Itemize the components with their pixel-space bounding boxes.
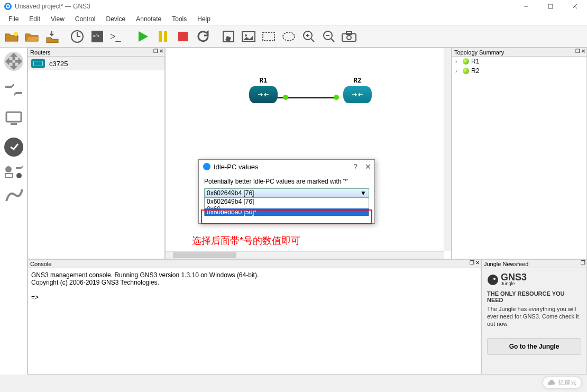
add-link-icon[interactable] [2, 184, 25, 207]
router-template-name: c3725 [49, 60, 68, 68]
topology-canvas[interactable]: R1 R2 Idle-PC values ? ✕ Potentially bet… [165, 48, 452, 259]
annotate-note-icon[interactable] [219, 27, 238, 46]
console-panel-title: Console ❐✕ [28, 260, 481, 268]
annotate-image-icon[interactable] [239, 27, 258, 46]
dialog-titlebar[interactable]: Idle-PC values ? ✕ [199, 160, 374, 174]
all-devices-icon[interactable] [2, 164, 25, 179]
stop-icon[interactable] [173, 27, 192, 46]
svg-rect-14 [164, 31, 167, 42]
chevron-down-icon: ▼ [360, 189, 366, 197]
snapshot-icon[interactable] [68, 27, 87, 46]
topology-node-name: R1 [471, 58, 479, 65]
jungle-logo: GNS3 Jungle [487, 274, 581, 286]
svg-rect-36 [5, 174, 13, 178]
routers-panel: Routers ❐✕ c3725 [27, 48, 165, 259]
new-project-icon[interactable] [2, 27, 21, 46]
jungle-headline: THE ONLY RESOURCE YOU NEED [487, 290, 581, 303]
panel-close-icon[interactable]: ✕ [581, 48, 585, 54]
jungle-logo-text: GNS3 [501, 274, 527, 281]
combobox-option[interactable]: 0x602649b4 [76] [205, 198, 369, 205]
play-icon[interactable] [133, 27, 152, 46]
menu-tools[interactable]: Tools [167, 15, 192, 23]
panel-float-icon[interactable]: ❐ [153, 48, 158, 54]
menu-edit[interactable]: Edit [24, 15, 45, 23]
topology-item[interactable]: › R2 [452, 66, 586, 76]
svg-rect-19 [263, 32, 274, 41]
toolbar: a/b >_ [0, 25, 587, 48]
security-category-icon[interactable] [2, 135, 25, 159]
maximize-button[interactable] [538, 0, 563, 13]
topology-panel-title: Topology Summary ❐✕ [452, 48, 586, 57]
console-icon[interactable]: >_ [108, 27, 127, 46]
node-r2[interactable]: R2 [343, 77, 372, 103]
app-icon [4, 3, 12, 10]
canvas-scrollbar-horizontal[interactable] [166, 251, 444, 259]
link-endpoint-r2[interactable] [334, 95, 339, 100]
panel-float-icon[interactable]: ❐ [470, 260, 474, 266]
topology-item[interactable]: › R1 [452, 57, 586, 66]
svg-point-18 [245, 34, 247, 37]
panel-float-icon[interactable]: ❐ [581, 260, 585, 266]
combobox-value: 0x602649b4 [76] [207, 189, 254, 197]
title-bar: Unsaved project* — GNS3 [0, 0, 587, 13]
pause-icon[interactable] [153, 27, 172, 46]
minimize-button[interactable] [514, 0, 538, 13]
device-toolbar [0, 48, 27, 259]
menu-device[interactable]: Device [101, 15, 131, 23]
routers-category-icon[interactable] [2, 50, 25, 73]
menu-view[interactable]: View [45, 15, 70, 23]
svg-point-20 [283, 32, 295, 41]
menu-file[interactable]: File [3, 15, 24, 23]
svg-text:>_: >_ [110, 31, 122, 42]
menu-help[interactable]: Help [192, 15, 216, 23]
screenshot-icon[interactable] [340, 27, 359, 46]
panel-close-icon[interactable]: ✕ [159, 48, 163, 54]
svg-point-39 [493, 278, 496, 280]
dialog-app-icon [203, 163, 210, 170]
svg-point-37 [16, 173, 22, 178]
topology-title-text: Topology Summary [454, 49, 504, 56]
annotation-text: 选择后面带*号的数值即可 [192, 234, 300, 247]
status-running-icon [463, 68, 469, 74]
zoom-out-icon[interactable] [319, 27, 338, 46]
console-output[interactable]: GNS3 management console. Running GNS3 ve… [28, 268, 481, 374]
end-devices-category-icon[interactable] [2, 107, 25, 130]
idle-pc-combobox[interactable]: 0x602649b4 [76] ▼ [204, 188, 369, 198]
window-title: Unsaved project* — GNS3 [15, 3, 90, 10]
svg-rect-33 [11, 123, 17, 125]
svg-rect-29 [346, 32, 352, 34]
close-button[interactable] [563, 0, 587, 13]
switches-category-icon[interactable] [2, 78, 25, 102]
annotate-rectangle-icon[interactable] [259, 27, 278, 46]
panel-float-icon[interactable]: ❐ [575, 48, 580, 54]
go-to-jungle-button[interactable]: Go to the Jungle [487, 338, 581, 355]
save-project-icon[interactable] [42, 27, 61, 46]
reload-icon[interactable] [194, 27, 213, 46]
node-label-r1: R1 [249, 77, 278, 84]
panel-close-icon[interactable]: ✕ [475, 260, 480, 266]
menu-annotate[interactable]: Annotate [131, 15, 167, 23]
svg-point-38 [488, 275, 498, 285]
jungle-newsfeed-panel: Jungle Newsfeed ❐ GNS3 Jungle THE ONLY R… [481, 259, 587, 375]
cloud-icon [547, 380, 556, 386]
link-endpoint-r1[interactable] [283, 95, 288, 100]
annotate-ellipse-icon[interactable] [279, 27, 298, 46]
canvas-scrollbar-vertical[interactable] [444, 48, 451, 251]
router-template-item[interactable]: c3725 [28, 57, 164, 70]
node-r1[interactable]: R1 [249, 77, 278, 103]
show-names-icon[interactable]: a/b [88, 27, 107, 46]
expand-icon[interactable]: › [455, 59, 461, 65]
svg-rect-32 [6, 112, 21, 122]
menu-control[interactable]: Control [70, 15, 101, 23]
node-label-r2: R2 [343, 77, 372, 84]
status-running-icon [463, 58, 469, 65]
leftbar-spacer [0, 259, 27, 375]
dialog-close-icon[interactable]: ✕ [365, 162, 371, 171]
topology-summary-panel: Topology Summary ❐✕ › R1 › R2 [452, 48, 587, 259]
dialog-help-icon[interactable]: ? [353, 162, 357, 171]
annotation-highlight-box [201, 209, 372, 224]
zoom-in-icon[interactable] [299, 27, 318, 46]
expand-icon[interactable]: › [455, 68, 461, 74]
svg-rect-15 [178, 32, 188, 41]
open-project-icon[interactable] [22, 27, 41, 46]
